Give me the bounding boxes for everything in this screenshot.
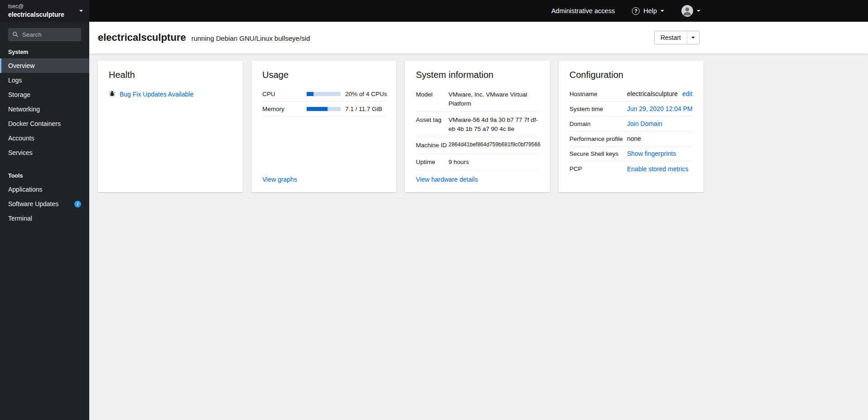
config-value: electricalsculpture edit xyxy=(627,90,693,97)
sysinfo-value: 2864d41bef864d759b681f9c0bf79566 xyxy=(448,141,540,150)
configuration-card: Configuration Hostname electricalsculptu… xyxy=(559,61,704,192)
search-icon xyxy=(12,31,19,39)
nav-section-tools: Tools xyxy=(0,160,89,182)
sidebar-item-label: Applications xyxy=(8,186,43,193)
restart-dropdown-toggle[interactable] xyxy=(687,31,699,44)
view-graphs-link[interactable]: View graphs xyxy=(262,176,297,183)
view-hardware-details-link[interactable]: View hardware details xyxy=(416,176,478,183)
sidebar-item-label: Logs xyxy=(8,77,22,84)
sysinfo-row-model: Model VMware, Inc. VMware Virtual Platfo… xyxy=(416,87,539,112)
page-title: electricalsculpture xyxy=(98,32,186,43)
usage-card: Usage CPU 20% of 4 CPUs Memory 7.1 / 11.… xyxy=(251,61,396,192)
help-icon: ? xyxy=(632,7,640,15)
config-label: Domain xyxy=(569,121,627,127)
cpu-progress-bar xyxy=(307,92,341,96)
bug-icon xyxy=(109,90,116,98)
health-update-item: Bug Fix Updates Available xyxy=(109,90,232,98)
usage-row-memory: Memory 7.1 / 11.7 GiB xyxy=(262,101,386,116)
card-title: Configuration xyxy=(569,70,693,80)
sidebar-nav: System Overview Logs Storage Networking … xyxy=(0,42,89,226)
help-menu-button[interactable]: ? Help xyxy=(629,7,667,15)
user-menu-button[interactable] xyxy=(679,5,703,17)
config-label: Hostname xyxy=(569,91,627,97)
host-switcher[interactable]: tsec@ electricalsculpture xyxy=(0,0,89,22)
administrative-access-button[interactable]: Administrative access xyxy=(549,7,617,15)
sidebar-item-terminal[interactable]: Terminal xyxy=(0,211,89,226)
config-row-system-time: System time Jun 29, 2020 12:04 PM xyxy=(569,101,693,116)
sysinfo-value: 9 hours xyxy=(448,158,539,167)
system-information-card: System information Model VMware, Inc. VM… xyxy=(405,61,550,192)
sysinfo-label: Uptime xyxy=(416,158,448,167)
config-value: Join Domain xyxy=(627,120,693,127)
sysinfo-label: Machine ID xyxy=(416,141,448,150)
info-icon: i xyxy=(74,201,81,208)
avatar xyxy=(681,5,693,17)
system-time-link[interactable]: Jun 29, 2020 12:04 PM xyxy=(627,105,693,112)
hostname-value: electricalsculpture xyxy=(627,90,678,97)
performance-profile-value: none xyxy=(627,135,693,142)
memory-progress-bar xyxy=(307,107,341,111)
enable-stored-metrics-link[interactable]: Enable stored metrics xyxy=(627,165,688,173)
chevron-down-icon xyxy=(79,10,83,12)
sidebar-item-applications[interactable]: Applications xyxy=(0,182,89,197)
health-card: Health xyxy=(98,61,243,192)
masthead: Administrative access ? Help xyxy=(89,0,868,22)
sidebar-item-label: Software Updates xyxy=(8,200,58,208)
memory-usage-text: 7.1 / 11.7 GiB xyxy=(345,106,382,112)
config-row-pcp: PCP Enable stored metrics xyxy=(569,161,693,176)
join-domain-link[interactable]: Join Domain xyxy=(627,120,662,127)
brand-host: electricalsculpture xyxy=(8,10,64,19)
chevron-down-icon xyxy=(661,10,664,12)
card-title: Usage xyxy=(262,70,386,80)
chevron-down-icon xyxy=(697,10,700,12)
help-label: Help xyxy=(643,7,657,14)
edit-hostname-link[interactable]: edit xyxy=(682,90,693,97)
sysinfo-row-machine-id: Machine ID 2864d41bef864d759b681f9c0bf79… xyxy=(416,137,539,154)
search-input[interactable] xyxy=(8,28,81,41)
sidebar-item-label: Docker Containers xyxy=(8,120,61,127)
sidebar-item-label: Services xyxy=(8,149,33,156)
usage-label: Memory xyxy=(262,106,307,112)
chevron-down-icon xyxy=(691,37,695,39)
config-label: Performance profile xyxy=(569,135,627,142)
cpu-usage-text: 20% of 4 CPUs xyxy=(345,91,387,97)
sidebar-item-logs[interactable]: Logs xyxy=(0,73,89,87)
sidebar-item-docker-containers[interactable]: Docker Containers xyxy=(0,116,89,131)
sysinfo-value: VMware-56 4d 9a 30 b7 77 7f df-eb 4b 1b … xyxy=(448,116,539,133)
administrative-access-label: Administrative access xyxy=(551,7,615,14)
sidebar-search xyxy=(8,28,81,41)
card-title: System information xyxy=(416,70,539,80)
os-release-text: running Debian GNU/Linux bullseye/sid xyxy=(191,34,310,42)
sidebar-item-label: Overview xyxy=(8,62,34,69)
config-row-domain: Domain Join Domain xyxy=(569,116,693,131)
show-fingerprints-link[interactable]: Show fingerprints xyxy=(627,150,676,157)
config-row-performance-profile: Performance profile none xyxy=(569,131,693,146)
config-label: Secure Shell keys xyxy=(569,150,627,157)
sysinfo-value: VMware, Inc. VMware Virtual Platform xyxy=(448,90,539,108)
overview-content: Health xyxy=(89,53,868,420)
config-value: Jun 29, 2020 12:04 PM xyxy=(627,105,693,112)
sidebar-item-label: Accounts xyxy=(8,135,34,142)
usage-row-cpu: CPU 20% of 4 CPUs xyxy=(262,87,386,101)
sidebar: tsec@ electricalsculpture System Overvie… xyxy=(0,0,89,420)
config-row-hostname: Hostname electricalsculpture edit xyxy=(569,87,693,101)
sidebar-item-software-updates[interactable]: Software Updates i xyxy=(0,197,89,211)
usage-label: CPU xyxy=(262,91,307,97)
restart-split-button: Restart xyxy=(654,31,699,44)
restart-button[interactable]: Restart xyxy=(655,31,687,44)
sidebar-item-overview[interactable]: Overview xyxy=(0,58,89,73)
sidebar-item-services[interactable]: Services xyxy=(0,145,89,160)
nav-section-system: System xyxy=(0,42,89,58)
config-row-secure-shell-keys: Secure Shell keys Show fingerprints xyxy=(569,146,693,161)
config-value: Show fingerprints xyxy=(627,150,693,157)
config-value: Enable stored metrics xyxy=(627,165,693,173)
sidebar-item-accounts[interactable]: Accounts xyxy=(0,131,89,145)
sidebar-item-networking[interactable]: Networking xyxy=(0,102,89,116)
bug-fix-updates-link[interactable]: Bug Fix Updates Available xyxy=(120,91,193,98)
sidebar-item-storage[interactable]: Storage xyxy=(0,87,89,102)
sidebar-item-label: Networking xyxy=(8,106,40,113)
sysinfo-row-asset-tag: Asset tag VMware-56 4d 9a 30 b7 77 7f df… xyxy=(416,112,539,137)
sidebar-item-label: Terminal xyxy=(8,215,32,222)
config-label: PCP xyxy=(569,165,627,172)
host-switcher-text: tsec@ electricalsculpture xyxy=(8,3,64,19)
